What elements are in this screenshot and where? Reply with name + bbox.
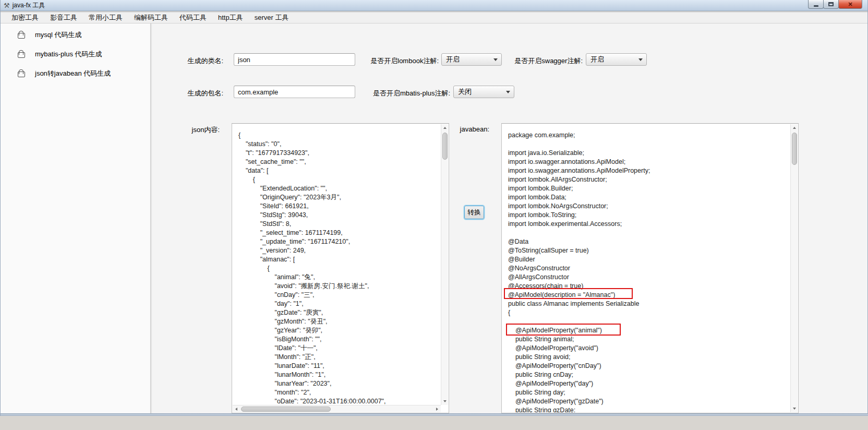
scroll-down-icon[interactable] bbox=[441, 398, 449, 405]
javabean-label: javabean: bbox=[439, 125, 489, 133]
window-controls: ✕ bbox=[809, 0, 862, 9]
scroll-up-icon[interactable] bbox=[791, 124, 798, 132]
sidebar-item-label: mysql 代码生成 bbox=[35, 30, 82, 40]
lock-icon bbox=[18, 50, 25, 58]
titlebar: ⚒ java-fx 工具 ✕ bbox=[1, 0, 867, 11]
scroll-right-icon[interactable] bbox=[433, 405, 441, 413]
class-name-input[interactable] bbox=[234, 53, 355, 66]
class-name-label: 生成的类名: bbox=[157, 56, 223, 66]
window-title: java-fx 工具 bbox=[13, 1, 45, 10]
json-vertical-scrollbar[interactable] bbox=[441, 124, 448, 405]
chevron-down-icon bbox=[490, 58, 501, 61]
sidebar-item-label: mybatis-plus 代码生成 bbox=[35, 50, 102, 59]
lock-icon bbox=[18, 69, 25, 77]
minimize-icon bbox=[814, 5, 818, 7]
json-hscroll-thumb[interactable] bbox=[241, 407, 331, 412]
javabean-vscroll-thumb[interactable] bbox=[792, 133, 797, 165]
menu-item-code-tools[interactable]: 代码工具 bbox=[174, 11, 212, 24]
swagger-selected-value: 开启 bbox=[586, 55, 635, 64]
convert-button[interactable]: 转换 bbox=[464, 206, 484, 219]
chevron-down-icon bbox=[502, 91, 514, 93]
menu-item-server-tools[interactable]: server 工具 bbox=[249, 11, 295, 24]
mybatis-selected-value: 关闭 bbox=[454, 87, 502, 97]
javabean-output-area[interactable]: package com.example; import java.io.Seri… bbox=[501, 123, 799, 413]
json-input-area[interactable]: { "status": "0", "t": "1677917334923", "… bbox=[232, 123, 449, 413]
menu-item-codec-tools[interactable]: 编解码工具 bbox=[128, 11, 174, 24]
window-bottom-frame bbox=[1, 413, 868, 416]
chevron-down-icon bbox=[635, 58, 646, 61]
swagger-toggle-label: 是否开启swagger注解: bbox=[501, 56, 583, 66]
maximize-icon bbox=[828, 2, 834, 6]
package-name-input[interactable] bbox=[234, 86, 355, 98]
maximize-button[interactable] bbox=[823, 0, 839, 9]
scroll-left-icon[interactable] bbox=[233, 405, 240, 413]
menu-bar: 加密工具 影音工具 常用小工具 编解码工具 代码工具 http工具 server… bbox=[1, 11, 867, 23]
sidebar-item-json-to-javabean[interactable]: json转javabean 代码生成 bbox=[1, 67, 150, 80]
menu-item-media-tools[interactable]: 影音工具 bbox=[44, 11, 83, 24]
close-button[interactable]: ✕ bbox=[838, 0, 862, 9]
javabean-content-text[interactable]: package com.example; import java.io.Seri… bbox=[502, 124, 790, 412]
json-vscroll-thumb[interactable] bbox=[442, 133, 448, 160]
mybatis-toggle-label: 是否开启mbatis-plus注解: bbox=[360, 89, 450, 98]
sidebar-item-mysql-codegen[interactable]: mysql 代码生成 bbox=[1, 29, 150, 41]
javabean-vertical-scrollbar[interactable] bbox=[790, 124, 798, 412]
lombok-selected-value: 开启 bbox=[442, 55, 490, 64]
minimize-button[interactable] bbox=[808, 0, 824, 9]
app-window: ⚒ java-fx 工具 ✕ 加密工具 影音工具 常用小工具 编解码工具 代码工… bbox=[0, 0, 868, 416]
json-content-text[interactable]: { "status": "0", "t": "1677917334923", "… bbox=[233, 124, 441, 405]
lock-icon bbox=[18, 31, 25, 39]
menu-item-encrypt-tools[interactable]: 加密工具 bbox=[6, 11, 44, 24]
json-content-label: json内容: bbox=[157, 125, 220, 135]
sidebar-item-mybatis-plus-codegen[interactable]: mybatis-plus 代码生成 bbox=[1, 48, 150, 61]
lombok-toggle-label: 是否开启lombook注解: bbox=[360, 56, 439, 66]
menu-item-common-tools[interactable]: 常用小工具 bbox=[83, 11, 128, 24]
tools-icon: ⚒ bbox=[4, 2, 10, 9]
package-name-label: 生成的包名: bbox=[157, 89, 223, 98]
splitpane-divider[interactable] bbox=[150, 23, 152, 413]
swagger-select[interactable]: 开启 bbox=[586, 53, 647, 66]
sidebar-item-label: json转javabean 代码生成 bbox=[35, 69, 111, 78]
lombok-select[interactable]: 开启 bbox=[441, 53, 502, 66]
mybatis-select[interactable]: 关闭 bbox=[453, 86, 514, 98]
menu-item-http-tools[interactable]: http工具 bbox=[212, 11, 249, 24]
json-horizontal-scrollbar[interactable] bbox=[233, 405, 441, 412]
sidebar: mysql 代码生成 mybatis-plus 代码生成 json转javabe… bbox=[1, 23, 150, 413]
scroll-down-icon[interactable] bbox=[791, 405, 798, 412]
close-icon: ✕ bbox=[848, 2, 852, 7]
